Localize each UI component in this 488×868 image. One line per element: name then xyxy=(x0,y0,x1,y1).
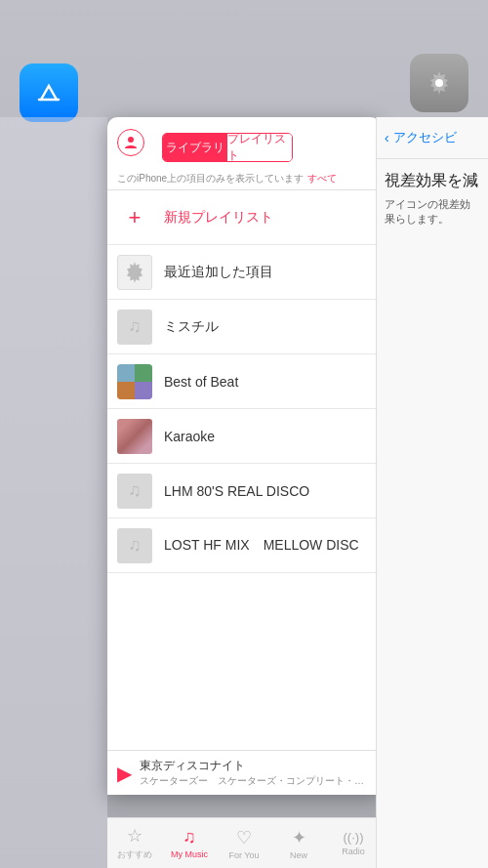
music-panel: ライブラリ プレイリスト このiPhone上の項目のみを表示しています すべて … xyxy=(107,117,381,795)
new-playlist-label: 新規プレイリスト xyxy=(164,209,273,227)
heart-icon: ♡ xyxy=(236,827,252,848)
recent-thumb xyxy=(117,255,152,290)
appstore-icon[interactable] xyxy=(20,63,78,122)
karaoke-thumb xyxy=(117,419,152,454)
play-button[interactable]: ▶ xyxy=(117,762,132,785)
settings-back-label: アクセシビ xyxy=(393,129,457,146)
list-item[interactable]: ♫ LHM 80'S REAL DISCO xyxy=(107,464,381,518)
recent-item-label: 最近追加した項目 xyxy=(164,264,273,281)
tab-my-music-label: My Music xyxy=(171,849,208,859)
tab-new-label: New xyxy=(290,850,307,860)
best-of-beat-label: Best of Beat xyxy=(164,374,238,390)
karaoke-label: Karaoke xyxy=(164,429,215,444)
tab-new[interactable]: ✦ New xyxy=(271,818,326,868)
new-icon: ✦ xyxy=(292,827,306,848)
tab-for-you[interactable]: ♡ For You xyxy=(217,818,271,868)
list-item[interactable]: 最近追加した項目 xyxy=(107,245,381,300)
segment-library[interactable]: ライブラリ xyxy=(163,134,227,161)
svg-point-2 xyxy=(128,137,134,143)
segment-playlist[interactable]: プレイリスト xyxy=(227,134,292,161)
list-item[interactable]: Best of Beat xyxy=(107,354,381,409)
plus-icon: + xyxy=(117,205,152,230)
segment-control: ライブラリ プレイリスト xyxy=(162,133,293,162)
tab-my-music[interactable]: ♫ My Music xyxy=(162,818,217,868)
music-icon: ♫ xyxy=(183,827,196,847)
chevron-left-icon: ‹ xyxy=(385,130,389,145)
settings-back-button[interactable]: ‹ アクセシビ xyxy=(377,117,488,159)
now-playing-info: 東京ディスコナイト スケーターズー スケーターズ・コンプリート・コレク xyxy=(140,758,371,788)
note-icon: ♫ xyxy=(128,480,142,501)
person-icon[interactable] xyxy=(117,129,144,156)
lhm-label: LHM 80'S REAL DISCO xyxy=(164,483,309,499)
notice-text: このiPhone上の項目のみを表示しています xyxy=(117,172,304,186)
lhm-thumb: ♫ xyxy=(117,474,152,509)
tab-radio[interactable]: ((·)) Radio xyxy=(326,818,381,868)
now-playing-bar[interactable]: ▶ 東京ディスコナイト スケーターズー スケーターズ・コンプリート・コレク xyxy=(107,750,381,795)
lost-thumb: ♫ xyxy=(117,528,152,563)
tab-radio-label: Radio xyxy=(342,847,365,856)
best-of-beat-thumb xyxy=(117,364,152,399)
list-item[interactable]: Karaoke xyxy=(107,409,381,464)
note-icon: ♫ xyxy=(128,535,142,556)
left-app-area xyxy=(0,117,107,868)
misutiru-label: ミスチル xyxy=(164,318,219,336)
tab-bar: ☆ おすすめ ♫ My Music ♡ For You ✦ New ((·)) … xyxy=(107,817,381,868)
notice-bar: このiPhone上の項目のみを表示しています すべて xyxy=(107,168,381,190)
settings-icon[interactable] xyxy=(410,54,468,112)
tab-recommend[interactable]: ☆ おすすめ xyxy=(107,818,162,868)
list-item[interactable]: ♫ LOST HF MIX MELLOW DISC xyxy=(107,518,381,573)
settings-section-title: 視差効果を減 xyxy=(377,159,488,197)
tab-recommend-label: おすすめ xyxy=(117,848,152,861)
note-icon: ♫ xyxy=(128,316,142,337)
lost-label: LOST HF MIX MELLOW DISC xyxy=(164,537,359,555)
tab-for-you-label: For You xyxy=(228,850,259,860)
new-playlist-item[interactable]: + 新規プレイリスト xyxy=(107,190,381,245)
now-playing-subtitle: スケーターズー スケーターズ・コンプリート・コレク xyxy=(140,774,371,788)
misutiru-thumb: ♫ xyxy=(117,310,152,345)
settings-description: アイコンの視差効果らします。 xyxy=(377,197,488,227)
settings-panel: ‹ アクセシビ 視差効果を減 アイコンの視差効果らします。 xyxy=(376,117,488,868)
now-playing-title: 東京ディスコナイト xyxy=(140,758,371,774)
list-item[interactable]: ♫ ミスチル xyxy=(107,300,381,354)
playlist-list: + 新規プレイリスト 最近追加した項目 ♫ ミスチル xyxy=(107,190,381,750)
radio-icon: ((·)) xyxy=(344,830,364,845)
star-icon: ☆ xyxy=(127,825,142,847)
top-bar: ライブラリ プレイリスト xyxy=(107,117,381,168)
notice-all-link[interactable]: すべて xyxy=(307,172,337,186)
